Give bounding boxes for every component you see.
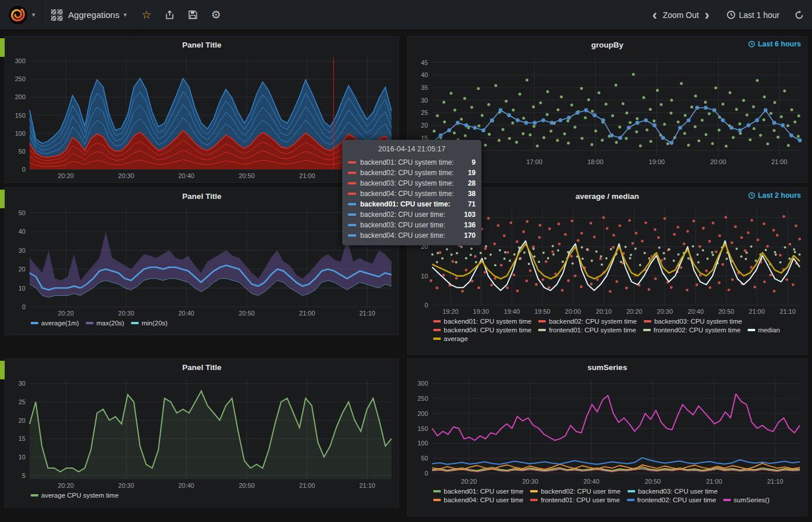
svg-text:20:10: 20:10 (596, 308, 612, 315)
save-icon (188, 10, 198, 20)
legend-item[interactable]: backend04: CPU user time (433, 496, 523, 503)
svg-text:250: 250 (418, 395, 428, 402)
panel-title[interactable]: Panel Title (182, 363, 221, 372)
svg-text:20:00: 20:00 (710, 158, 726, 165)
panel-title[interactable]: groupBy (591, 41, 624, 49)
dashboard-picker[interactable]: Aggregations ▾ (44, 0, 135, 30)
series-color-swatch (644, 320, 651, 322)
share-button[interactable] (158, 0, 181, 30)
time-range-picker[interactable]: Last 1 hour (727, 10, 780, 20)
panel-title[interactable]: Panel Title (182, 192, 221, 201)
svg-text:20:20: 20:20 (58, 482, 74, 489)
series-color-swatch (348, 182, 356, 184)
legend: backend01: CPU system timebackend02: CPU… (408, 317, 807, 345)
legend-item[interactable]: average (433, 335, 468, 342)
legend-item[interactable]: frontend01: CPU user time (530, 496, 619, 503)
multi-line-chart[interactable]: 05010015020025030020:2020:3020:4020:5021… (408, 375, 807, 487)
svg-text:45: 45 (421, 59, 428, 66)
legend-item[interactable]: frontend02: CPU system time (643, 327, 741, 334)
svg-text:18:00: 18:00 (588, 158, 604, 165)
series-color-swatch (348, 213, 356, 216)
svg-text:21:00: 21:00 (706, 478, 723, 485)
star-button[interactable]: ☆ (135, 0, 158, 30)
save-button[interactable] (181, 0, 204, 30)
legend-item[interactable]: backend03: CPU user time (628, 488, 717, 495)
tooltip-series-row: backend02: CPU user time:103 (348, 209, 476, 220)
line-chart[interactable]: 5101520253020:2020:3020:4020:5021:0021:1… (5, 375, 398, 491)
panel-title[interactable]: average / median (575, 192, 639, 201)
svg-text:21:00: 21:00 (299, 310, 316, 317)
apps-grid-icon (51, 9, 63, 21)
svg-text:200: 200 (15, 93, 26, 100)
legend-item[interactable]: sumSeries() (723, 496, 770, 503)
svg-text:17:00: 17:00 (526, 158, 542, 165)
refresh-icon (795, 10, 804, 20)
series-color-swatch (748, 329, 755, 331)
svg-text:5: 5 (22, 472, 26, 479)
svg-text:20:50: 20:50 (239, 172, 255, 179)
tooltip-series-row: backend01: CPU system time:9 (348, 157, 476, 168)
chevron-down-icon: ▾ (32, 11, 35, 19)
chevron-down-icon: ▾ (124, 11, 127, 19)
refresh-button[interactable] (795, 10, 804, 20)
stacked-area-chart[interactable]: 05010015020025030020:2020:3020:4020:5021… (5, 53, 398, 181)
legend-item[interactable]: frontend01: CPU system time (538, 327, 636, 334)
legend-item[interactable]: backend01: CPU system time (433, 318, 531, 325)
panel-avg-max-min: Panel Title 0102030405020:2020:3020:4020… (5, 187, 399, 335)
svg-text:21:10: 21:10 (780, 308, 796, 315)
panel-title[interactable]: sumSeries (588, 363, 627, 372)
svg-text:50: 50 (19, 209, 26, 216)
grafana-menu[interactable]: ▾ (0, 0, 43, 30)
time-override-badge[interactable]: Last 6 hours (748, 40, 801, 48)
svg-text:20:40: 20:40 (178, 172, 194, 179)
time-shift-right-button[interactable]: › (699, 8, 715, 22)
legend-item[interactable]: backend04: CPU system time (433, 327, 531, 334)
legend-item[interactable]: backend01: CPU user time (433, 488, 523, 495)
svg-text:20: 20 (19, 417, 26, 424)
time-override-badge[interactable]: Last 2 hours (748, 191, 801, 200)
legend-item[interactable]: frontend02: CPU user time (627, 496, 716, 503)
panel-sumseries: sumSeries 05010015020025030020:2020:3020… (407, 358, 807, 516)
panel-title[interactable]: Panel Title (182, 41, 221, 49)
svg-text:150: 150 (418, 425, 428, 432)
legend-item[interactable]: average CPU system time (31, 492, 119, 499)
settings-button[interactable]: ⚙ (204, 0, 227, 30)
series-color-swatch (348, 172, 356, 174)
series-color-swatch (348, 224, 356, 226)
series-color-swatch (433, 329, 441, 331)
zoom-out-button[interactable]: Zoom Out (663, 10, 699, 20)
band-line-chart[interactable]: 0102030405020:2020:3020:4020:5021:0021:1… (5, 204, 398, 318)
series-color-swatch (530, 490, 538, 492)
legend: average(1m)max(20s)min(20s) (5, 318, 398, 329)
svg-text:20:50: 20:50 (645, 478, 661, 485)
svg-text:20:40: 20:40 (583, 478, 600, 485)
legend-item[interactable]: backend03: CPU system time (644, 318, 742, 325)
series-color-swatch (348, 203, 356, 205)
svg-text:150: 150 (15, 112, 26, 119)
svg-text:19:00: 19:00 (649, 158, 665, 165)
svg-text:0: 0 (22, 303, 26, 310)
tooltip-series-row: backend02: CPU system time:19 (348, 168, 476, 178)
gear-icon: ⚙ (211, 9, 221, 20)
svg-text:0: 0 (425, 302, 428, 309)
legend-item[interactable]: backend02: CPU user time (530, 488, 620, 495)
svg-text:20:20: 20:20 (626, 308, 643, 315)
svg-text:20:40: 20:40 (178, 482, 194, 489)
svg-text:20:50: 20:50 (239, 310, 255, 317)
tooltip-timestamp: 2016-04-14 21:05:17 (348, 143, 476, 157)
time-shift-left-button[interactable]: ‹ (647, 8, 663, 22)
navbar: ▾ Aggregations ▾ ☆ ⚙ ‹ Zoom Out › Last 1… (0, 0, 812, 31)
svg-text:19:30: 19:30 (473, 308, 490, 315)
legend-item[interactable]: average(1m) (31, 320, 79, 327)
legend-item[interactable]: min(20s) (131, 320, 168, 327)
svg-text:20:50: 20:50 (239, 482, 255, 489)
legend-item[interactable]: backend02: CPU system time (538, 318, 636, 325)
legend-item[interactable]: max(20s) (86, 320, 124, 327)
svg-text:10: 10 (19, 285, 26, 292)
series-color-swatch (131, 322, 139, 324)
svg-text:30: 30 (421, 97, 428, 104)
legend-item[interactable]: median (748, 327, 780, 334)
series-color-swatch (433, 320, 441, 322)
grafana-logo-icon (8, 5, 28, 26)
svg-text:250: 250 (15, 75, 26, 82)
